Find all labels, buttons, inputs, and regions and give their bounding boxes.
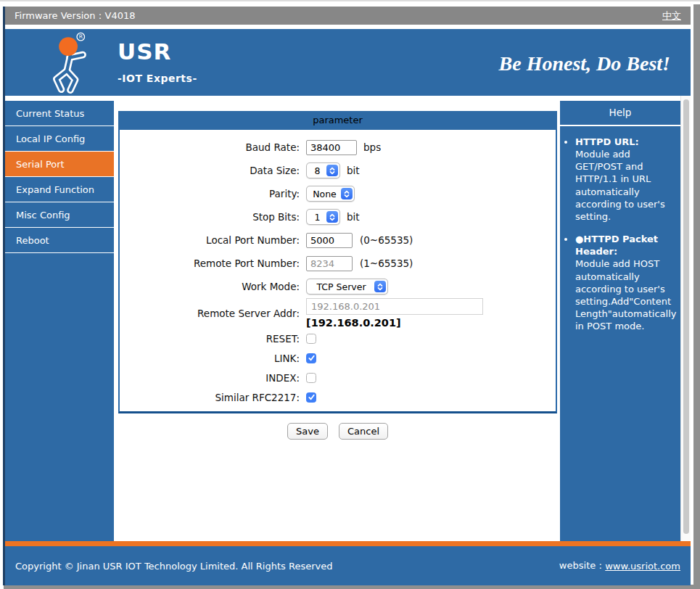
link-checkbox[interactable]: [306, 353, 316, 363]
brand-slogan: Be Honest, Do Best!: [499, 52, 670, 75]
sidebar-item-serial-port[interactable]: Serial Port: [5, 152, 114, 176]
copyright-text: Copyright © Jinan USR IOT Technology Lim…: [15, 561, 332, 572]
rfc2217-label: Similar RFC2217:: [120, 392, 306, 403]
form-title-bar: parameter: [118, 111, 557, 130]
rfc2217-checkbox[interactable]: [306, 392, 316, 403]
brand-header: R USR -IOT Experts- Be Honest, Do Best!: [5, 29, 691, 96]
local-port-input[interactable]: [306, 233, 353, 248]
help-item-text: Module add HOST automatically according …: [575, 258, 676, 331]
work-mode-label: Work Mode:: [120, 281, 306, 292]
page-scrollbar[interactable]: [680, 96, 691, 541]
data-size-label: Data Size:: [120, 165, 306, 176]
index-checkbox[interactable]: [306, 373, 316, 383]
index-label: INDEX:: [120, 372, 306, 384]
page: Firmware Version： V4018 中文 R USR: [5, 7, 691, 585]
remote-server-label: Remote Server Addr:: [120, 308, 306, 319]
baud-rate-input[interactable]: [306, 140, 357, 155]
check-icon: [308, 393, 316, 401]
work-mode-value: TCP Server: [308, 281, 374, 292]
sidebar-filler: [5, 253, 114, 541]
rfc2217-row: Similar RFC2217:: [120, 387, 556, 407]
select-spinner-icon: [374, 281, 386, 292]
form-actions: Save Cancel: [118, 423, 557, 440]
parameter-form: Baud Rate: bps Data Size: 8 bit Pari: [118, 130, 557, 413]
index-row: INDEX:: [120, 368, 556, 387]
select-spinner-icon: [341, 188, 353, 199]
select-spinner-icon: [326, 211, 338, 223]
sidebar-nav: Current Status Local IP Config Serial Po…: [5, 96, 114, 541]
website-link[interactable]: www.usriot.com: [605, 561, 680, 572]
firmware-topbar: Firmware Version： V4018 中文: [5, 7, 691, 25]
baud-rate-unit: bps: [363, 141, 381, 153]
help-item-heading: ●HTTPD Packet Header:: [575, 234, 658, 257]
parity-label: Parity:: [120, 188, 306, 199]
local-port-range-hint: (0~65535): [360, 234, 413, 246]
sidebar-item-misc-config[interactable]: Misc Config: [5, 202, 114, 227]
content-panel: parameter Baud Rate: bps Data Size: 8: [114, 96, 560, 541]
sidebar-item-expand-function[interactable]: Expand Function: [5, 177, 114, 202]
registered-mark: R: [79, 33, 83, 40]
link-row: LINK:: [120, 348, 556, 368]
help-panel: Help HTTPD URL: Module add GET/POST and …: [560, 96, 680, 541]
window-surround-right: [693, 4, 700, 589]
sidebar-item-reboot[interactable]: Reboot: [5, 228, 114, 252]
remote-server-resolved: [192.168.0.201]: [306, 317, 483, 329]
brand-name: USR: [118, 38, 197, 65]
reset-row: RESET:: [120, 329, 556, 348]
stop-bits-label: Stop Bits:: [120, 211, 306, 223]
help-item: ●HTTPD Packet Header: Module add HOST au…: [575, 233, 678, 332]
data-size-row: Data Size: 8 bit: [120, 159, 556, 182]
help-item-heading: HTTPD URL:: [575, 136, 639, 147]
data-size-value: 8: [308, 165, 326, 176]
local-port-label: Local Port Number:: [120, 234, 306, 246]
reset-checkbox[interactable]: [306, 334, 316, 344]
sidebar-item-current-status[interactable]: Current Status: [5, 101, 114, 125]
remote-server-row: Remote Server Addr: [192.168.0.201]: [120, 298, 556, 329]
website-label: website：: [559, 559, 605, 572]
link-label: LINK:: [120, 353, 306, 364]
remote-port-range-hint: (1~65535): [360, 258, 413, 269]
remote-port-label: Remote Port Number:: [120, 258, 306, 269]
help-title: Help: [560, 101, 680, 125]
data-size-unit: bit: [347, 165, 360, 176]
select-spinner-icon: [326, 165, 338, 176]
parity-row: Parity: None: [120, 182, 556, 205]
remote-server-input[interactable]: [306, 298, 483, 315]
data-size-select[interactable]: 8: [306, 162, 340, 178]
stop-bits-select[interactable]: 1: [306, 209, 340, 225]
parity-value: None: [308, 189, 341, 199]
parity-select[interactable]: None: [306, 186, 355, 202]
sidebar-item-local-ip-config[interactable]: Local IP Config: [5, 126, 114, 151]
remote-port-row: Remote Port Number: (1~65535): [120, 252, 556, 275]
work-mode-row: Work Mode: TCP Server: [120, 275, 556, 298]
help-body: HTTPD URL: Module add GET/POST and HTTP/…: [560, 126, 680, 541]
language-switch-link[interactable]: 中文: [662, 9, 681, 22]
check-icon: [308, 354, 316, 362]
work-mode-select[interactable]: TCP Server: [306, 279, 388, 294]
footer-accent-bar: [5, 541, 691, 546]
help-item: HTTPD URL: Module add GET/POST and HTTP/…: [575, 136, 678, 223]
scrollbar-thumb[interactable]: [683, 99, 689, 534]
footer: Copyright © Jinan USR IOT Technology Lim…: [5, 546, 691, 585]
remote-port-input[interactable]: [306, 256, 353, 271]
firmware-version-value: V4018: [105, 10, 136, 21]
help-item-text: Module add GET/POST and HTTP/1.1 in URL …: [575, 149, 665, 222]
remote-server-fields: [192.168.0.201]: [306, 298, 483, 329]
stop-bits-unit: bit: [347, 211, 360, 223]
main-area: Current Status Local IP Config Serial Po…: [5, 96, 691, 541]
local-port-row: Local Port Number: (0~65535): [120, 228, 556, 252]
baud-rate-label: Baud Rate:: [120, 141, 306, 153]
brand-subtitle: -IOT Experts-: [118, 73, 197, 84]
firmware-version-label: Firmware Version：: [15, 9, 105, 22]
baud-rate-row: Baud Rate: bps: [120, 136, 556, 159]
stop-bits-row: Stop Bits: 1 bit: [120, 205, 556, 228]
stop-bits-value: 1: [308, 212, 326, 223]
usr-runner-logo-icon: R: [38, 32, 101, 94]
brand-block: USR -IOT Experts-: [118, 38, 197, 84]
reset-label: RESET:: [120, 333, 306, 345]
save-button[interactable]: Save: [287, 423, 328, 440]
help-list: HTTPD URL: Module add GET/POST and HTTP/…: [564, 136, 678, 332]
cancel-button[interactable]: Cancel: [339, 423, 388, 440]
